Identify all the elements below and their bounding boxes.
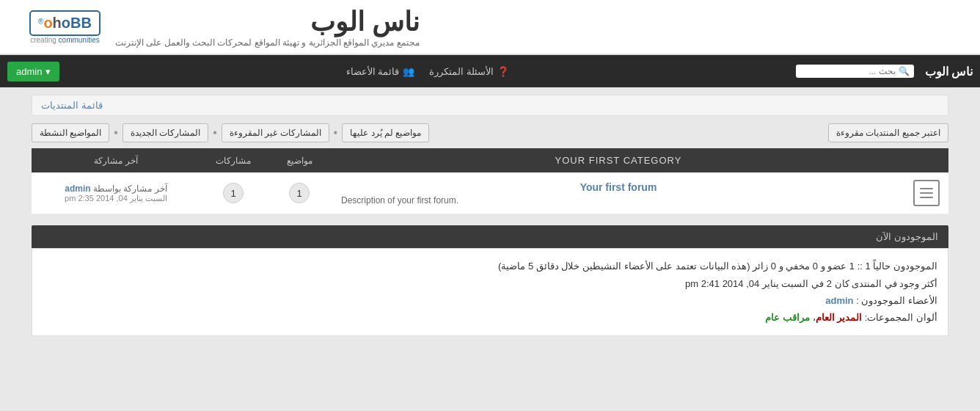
navbar-left: ناس الوب 🔍 <box>796 65 973 79</box>
online-section-header: الموجودون الآن <box>32 225 948 248</box>
category-name-header: YOUR FIRST CATEGORY <box>332 148 904 172</box>
dropdown-arrow-icon: ▾ <box>45 66 51 77</box>
navbar-right: ▾ admin <box>7 62 59 81</box>
mark-read-container: اعتبر جميع المنتديات مقروءة <box>828 123 948 142</box>
separator-1: • <box>334 127 338 139</box>
forum-icon-line-3 <box>920 197 933 198</box>
category-header-row: YOUR FIRST CATEGORY مواضيع مشاركات آخر م… <box>32 148 948 172</box>
forum-name-cell: Your first forum Description of your fir… <box>332 172 904 214</box>
new-posts-filter-btn[interactable]: المشاركات الجديدة <box>122 123 208 142</box>
filter-bar: مواضيع لم يُرد عليها • المشاركات غير الم… <box>32 123 948 142</box>
online-title: الموجودون الآن <box>876 231 938 242</box>
topics-col-header: مواضيع <box>266 148 332 172</box>
forum-table: YOUR FIRST CATEGORY مواضيع مشاركات آخر م… <box>32 148 948 214</box>
online-groups-row: ألوان المجموعات: المدير العام، مراقب عام <box>43 309 937 326</box>
forum-posts-cell: 1 <box>200 172 266 214</box>
forum-icon-line-1 <box>920 188 933 189</box>
forum-row: Your first forum Description of your fir… <box>32 172 948 214</box>
forum-icon <box>913 180 940 206</box>
forum-icon-cell <box>904 172 948 214</box>
search-box: 🔍 <box>796 65 914 78</box>
forum-icon-line-2 <box>920 192 933 194</box>
last-post-col-header: آخر مشاركة <box>32 148 200 172</box>
icon-col-header <box>904 148 948 172</box>
last-post-cell: آخر مشاركة بواسطة admin السبت يناير 04, … <box>32 172 200 214</box>
breadcrumb-home[interactable]: قائمة المنتديات <box>41 100 103 111</box>
separator-2: • <box>213 127 217 139</box>
phpbb-bb-letters: BB <box>70 15 92 31</box>
last-post-action: آخر مشاركة بواسطة admin <box>40 183 191 194</box>
last-poster-link[interactable]: admin <box>65 183 90 194</box>
site-header: ناس الوب مجتمع مديري المواقع الجزائرية و… <box>0 0 980 55</box>
members-icon: 👥 <box>403 66 414 77</box>
phpbb-o-letter: o <box>43 15 52 31</box>
last-post-date: السبت يناير 04, 2014 2:35 pm <box>40 194 191 203</box>
forum-name-link[interactable]: Your first forum <box>580 181 657 193</box>
admin-group-label: المدير العام <box>816 312 863 323</box>
forum-list: Your first forum Description of your fir… <box>32 172 948 214</box>
unread-filter-btn[interactable]: المشاركات غير المقروءة <box>222 123 329 142</box>
phpbb-tagline: creating communities <box>30 36 100 44</box>
faq-icon: ❓ <box>497 66 509 77</box>
members-online-label: الأعضاء الموجودون : <box>856 295 937 306</box>
admin-button[interactable]: ▾ admin <box>7 62 59 81</box>
separator-3: • <box>114 127 118 139</box>
active-filter-btn[interactable]: المواضيع النشطة <box>32 123 109 142</box>
navbar-center: ❓ الأسئلة المتكررة 👥 قائمة الأعضاء <box>346 66 509 77</box>
posts-col-header: مشاركات <box>200 148 266 172</box>
posts-count: 1 <box>223 183 244 203</box>
site-title: ناس الوب <box>115 6 420 37</box>
phpbb-h-letter: h <box>53 15 62 31</box>
members-label: قائمة الأعضاء <box>346 66 400 77</box>
phpbb-b-letter: o <box>62 15 70 31</box>
groups-label: ألوان المجموعات: <box>865 312 937 323</box>
members-link[interactable]: 👥 قائمة الأعضاء <box>346 66 415 77</box>
search-input[interactable] <box>800 66 896 76</box>
search-icon: 🔍 <box>899 66 910 76</box>
breadcrumb-bar: قائمة المنتديات <box>32 95 948 116</box>
online-peak: أكثر وجود في المنتدى كان 2 في السبت يناي… <box>43 275 937 292</box>
admin-label: admin <box>16 66 42 77</box>
online-content: الموجودون حالياً 1 :: 1 عضو و 0 مخفي و 0… <box>32 248 948 336</box>
site-subtitle: مجتمع مديري المواقع الجزائرية و تهيئة ال… <box>115 37 420 48</box>
navbar: ناس الوب 🔍 ❓ الأسئلة المتكررة 👥 قائمة ال… <box>0 55 980 87</box>
moderator-group-label: مراقب عام <box>765 312 810 323</box>
unanswered-filter-btn[interactable]: مواضيع لم يُرد عليها <box>342 123 429 142</box>
faq-link[interactable]: ❓ الأسئلة المتكررة <box>429 66 509 77</box>
online-members-row: الأعضاء الموجودون : admin <box>43 292 937 309</box>
site-title-block: ناس الوب مجتمع مديري المواقع الجزائرية و… <box>115 6 420 48</box>
navbar-brand-link[interactable]: ناس الوب <box>925 65 973 79</box>
filter-buttons: مواضيع لم يُرد عليها • المشاركات غير الم… <box>32 123 429 142</box>
forum-icon-lines <box>920 188 933 198</box>
online-member-link[interactable]: admin <box>825 295 853 306</box>
mark-read-button[interactable]: اعتبر جميع المنتديات مقروءة <box>828 123 948 142</box>
faq-label: الأسئلة المتكررة <box>429 66 494 77</box>
phpbb-logo: ohoBB® creating communities <box>29 10 100 44</box>
main-content: قائمة المنتديات مواضيع لم يُرد عليها • ا… <box>21 87 959 343</box>
topics-count: 1 <box>289 183 310 203</box>
online-stats: الموجودون حالياً 1 :: 1 عضو و 0 مخفي و 0… <box>43 258 937 274</box>
forum-topics-cell: 1 <box>266 172 332 214</box>
forum-description: Description of your first forum. <box>341 195 896 205</box>
